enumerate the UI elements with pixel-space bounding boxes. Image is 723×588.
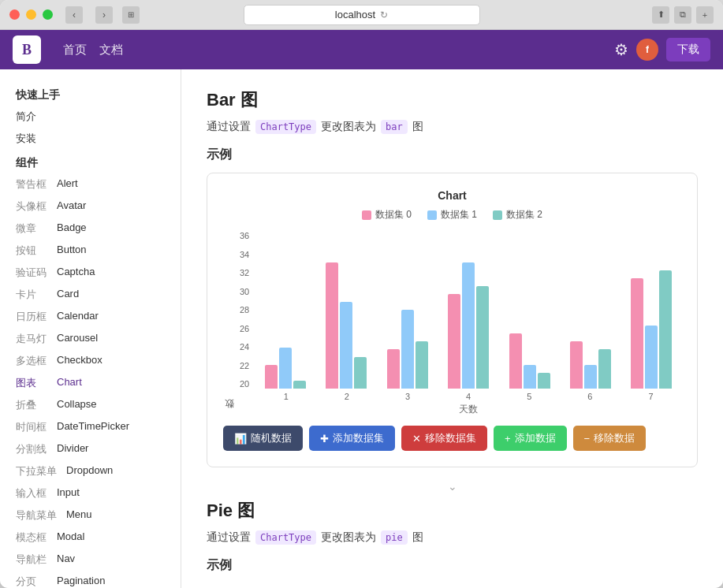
bar-d2-5 bbox=[538, 373, 550, 389]
sidebar-en-label: Badge bbox=[57, 221, 87, 236]
grid-icon[interactable]: ⊞ bbox=[122, 6, 140, 24]
remove-data-button[interactable]: − 移除数据 bbox=[573, 426, 647, 451]
share-button[interactable]: ⬆ bbox=[652, 6, 669, 24]
chart-with-axes: 数 36 34 32 30 28 26 24 22 20 bbox=[223, 231, 681, 416]
bar-d1-7 bbox=[645, 326, 658, 389]
nav-links: 首页 文档 bbox=[63, 43, 123, 58]
bar-section-title: Bar 图 bbox=[207, 88, 698, 112]
add-data-button[interactable]: + 添加数据 bbox=[494, 426, 567, 451]
code-tag-charttype: ChartType bbox=[255, 120, 316, 134]
bar-d1-1 bbox=[279, 348, 292, 389]
legend-label-2: 数据集 2 bbox=[506, 208, 542, 221]
sidebar-item-divider[interactable]: 分割线 Divider bbox=[0, 438, 181, 460]
sidebar-item-avatar[interactable]: 头像框 Avatar bbox=[0, 195, 181, 218]
sidebar-item-captcha[interactable]: 验证码 Captcha bbox=[0, 262, 181, 284]
sidebar-item-datetimepicker[interactable]: 时间框 DateTimePicker bbox=[0, 416, 181, 438]
sidebar-item-input[interactable]: 输入框 Input bbox=[0, 482, 181, 504]
add-dataset-label: 添加数据集 bbox=[333, 431, 384, 445]
maximize-button[interactable] bbox=[43, 9, 53, 20]
sidebar-item-alert[interactable]: 警告框 Alert bbox=[0, 173, 181, 195]
sidebar-zh-label: 折叠 bbox=[16, 398, 47, 412]
sidebar-item-carousel[interactable]: 走马灯 Carousel bbox=[0, 328, 181, 350]
sidebar-item-calendar[interactable]: 日历框 Calendar bbox=[0, 306, 181, 328]
chart-title: Chart bbox=[223, 189, 681, 202]
remove-data-icon: − bbox=[584, 433, 591, 445]
sidebar: 快速上手 简介 安装 组件 警告框 Alert 头像框 Avatar 微章 bbox=[0, 69, 181, 588]
fullscreen-button[interactable]: ⧉ bbox=[674, 6, 691, 24]
sidebar-zh-label: 警告框 bbox=[16, 177, 47, 192]
sidebar-item-modal[interactable]: 模态框 Modal bbox=[0, 527, 181, 549]
bar-d0-6 bbox=[570, 341, 583, 389]
bar-d1-4 bbox=[462, 262, 475, 389]
remove-dataset-label: 移除数据集 bbox=[425, 431, 476, 445]
sidebar-item-label: 安装 bbox=[16, 132, 36, 146]
sidebar-zh-label: 分割线 bbox=[16, 442, 47, 456]
sidebar-item-label: 简介 bbox=[16, 110, 36, 124]
bar-d2-2 bbox=[354, 357, 367, 389]
sidebar-zh-label: 按钮 bbox=[16, 244, 47, 258]
minimize-button[interactable] bbox=[26, 9, 36, 20]
bar-chart-container: Chart 数据集 0 数据集 1 数据集 2 bbox=[207, 173, 698, 467]
sidebar-item-intro[interactable]: 简介 bbox=[0, 106, 181, 128]
sidebar-en-label: Pagination bbox=[57, 575, 105, 588]
sidebar-item-dropdown[interactable]: 下拉菜单 Dropdown bbox=[0, 460, 181, 482]
pie-example-label: 示例 bbox=[207, 557, 698, 574]
bar-d0-5 bbox=[509, 333, 522, 389]
desc-middle: 更改图表为 bbox=[321, 120, 376, 134]
sidebar-zh-label: 多选框 bbox=[16, 354, 47, 368]
sidebar-item-chart[interactable]: 图表 Chart bbox=[0, 372, 181, 394]
sidebar-zh-label: 图表 bbox=[16, 376, 47, 390]
window: ‹ › ⊞ localhost ↻ ⬆ ⧉ + B 首页 文档 ⚙ f 下载 bbox=[0, 0, 723, 588]
bar-group-5 bbox=[500, 333, 559, 389]
close-button[interactable] bbox=[9, 9, 20, 20]
pie-desc-middle: 更改图表为 bbox=[321, 530, 376, 545]
sidebar-item-nav[interactable]: 导航栏 Nav bbox=[0, 549, 181, 571]
add-dataset-button[interactable]: ✚ 添加数据集 bbox=[309, 426, 395, 451]
random-data-button[interactable]: 📊 随机数据 bbox=[223, 426, 303, 451]
url-bar[interactable]: localhost ↻ bbox=[244, 5, 480, 25]
app: B 首页 文档 ⚙ f 下载 快速上手 简介 安装 组件 bbox=[0, 30, 723, 588]
sidebar-en-label: Dropdown bbox=[66, 464, 113, 478]
example-label: 示例 bbox=[207, 147, 698, 163]
sidebar-en-label: Calendar bbox=[57, 310, 99, 324]
header: B 首页 文档 ⚙ f 下载 bbox=[0, 30, 723, 69]
fb-icon[interactable]: f bbox=[636, 39, 658, 61]
github-icon[interactable]: ⚙ bbox=[614, 40, 628, 59]
new-tab-button[interactable]: + bbox=[696, 6, 714, 24]
chart-legend: 数据集 0 数据集 1 数据集 2 bbox=[223, 208, 681, 221]
sidebar-item-collapse[interactable]: 折叠 Collapse bbox=[0, 394, 181, 416]
nav-docs[interactable]: 文档 bbox=[99, 43, 123, 58]
header-right: ⚙ f 下载 bbox=[614, 38, 710, 61]
download-button[interactable]: 下载 bbox=[666, 38, 710, 61]
remove-dataset-button[interactable]: ✕ 移除数据集 bbox=[401, 426, 487, 451]
sidebar-en-label: Card bbox=[57, 288, 79, 302]
back-button[interactable]: ‹ bbox=[65, 6, 83, 24]
bar-d1-5 bbox=[524, 365, 536, 389]
sidebar-zh-label: 分页 bbox=[16, 575, 47, 588]
x-axis-labels: 1 2 3 4 5 6 7 bbox=[255, 392, 681, 401]
titlebar: ‹ › ⊞ localhost ↻ ⬆ ⧉ + bbox=[0, 0, 723, 30]
sidebar-item-badge[interactable]: 微章 Badge bbox=[0, 218, 181, 240]
refresh-icon[interactable]: ↻ bbox=[380, 9, 388, 20]
sidebar-zh-label: 导航栏 bbox=[16, 553, 47, 567]
sidebar-item-checkbox[interactable]: 多选框 Checkbox bbox=[0, 350, 181, 372]
sidebar-item-pagination[interactable]: 分页 Pagination bbox=[0, 571, 181, 588]
random-icon: 📊 bbox=[234, 433, 247, 445]
legend-item-2: 数据集 2 bbox=[493, 208, 542, 221]
bars-row bbox=[255, 231, 681, 389]
bar-group-2 bbox=[317, 262, 376, 389]
sidebar-item-card[interactable]: 卡片 Card bbox=[0, 284, 181, 306]
sidebar-item-button[interactable]: 按钮 Button bbox=[0, 240, 181, 262]
sidebar-zh-label: 卡片 bbox=[16, 288, 47, 302]
legend-item-1: 数据集 1 bbox=[427, 208, 477, 221]
nav-home[interactable]: 首页 bbox=[63, 43, 87, 58]
sidebar-item-install[interactable]: 安装 bbox=[0, 128, 181, 150]
bar-d2-3 bbox=[416, 341, 428, 389]
main-layout: 快速上手 简介 安装 组件 警告框 Alert 头像框 Avatar 微章 bbox=[0, 69, 723, 588]
sidebar-item-menu[interactable]: 导航菜单 Menu bbox=[0, 504, 181, 527]
bar-d0-1 bbox=[265, 365, 278, 389]
pie-code-tag-charttype: ChartType bbox=[255, 530, 316, 545]
sidebar-en-label: Menu bbox=[66, 508, 92, 523]
forward-button[interactable]: › bbox=[95, 6, 113, 24]
sidebar-en-label: Nav bbox=[57, 553, 75, 567]
